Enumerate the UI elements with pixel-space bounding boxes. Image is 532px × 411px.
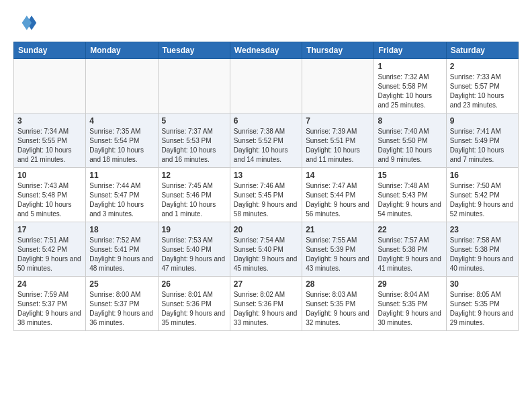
day-info: Sunrise: 8:00 AM Sunset: 5:37 PM Dayligh… <box>89 290 154 328</box>
calendar-week-3: 10Sunrise: 7:43 AM Sunset: 5:48 PM Dayli… <box>14 168 519 222</box>
day-number: 3 <box>17 116 82 126</box>
calendar-cell: 26Sunrise: 8:01 AM Sunset: 5:36 PM Dayli… <box>158 277 230 331</box>
calendar-cell: 7Sunrise: 7:39 AM Sunset: 5:51 PM Daylig… <box>302 113 374 168</box>
day-number: 23 <box>450 225 515 234</box>
calendar-cell: 1Sunrise: 7:32 AM Sunset: 5:58 PM Daylig… <box>374 59 446 113</box>
day-info: Sunrise: 7:53 AM Sunset: 5:40 PM Dayligh… <box>162 236 226 273</box>
day-number: 8 <box>378 116 442 126</box>
day-info: Sunrise: 8:05 AM Sunset: 5:35 PM Dayligh… <box>450 290 515 328</box>
calendar-cell <box>302 59 374 113</box>
calendar-cell: 30Sunrise: 8:05 AM Sunset: 5:35 PM Dayli… <box>446 277 518 331</box>
calendar-cell: 16Sunrise: 7:50 AM Sunset: 5:42 PM Dayli… <box>446 168 518 222</box>
calendar-cell: 3Sunrise: 7:34 AM Sunset: 5:55 PM Daylig… <box>14 113 86 168</box>
weekday-header-thursday: Thursday <box>302 42 374 59</box>
day-info: Sunrise: 7:32 AM Sunset: 5:58 PM Dayligh… <box>378 73 442 110</box>
calendar-cell: 9Sunrise: 7:41 AM Sunset: 5:49 PM Daylig… <box>446 113 518 168</box>
day-info: Sunrise: 7:38 AM Sunset: 5:52 PM Dayligh… <box>234 127 298 165</box>
calendar-cell: 27Sunrise: 8:02 AM Sunset: 5:36 PM Dayli… <box>230 277 302 331</box>
weekday-header-friday: Friday <box>374 42 446 59</box>
day-info: Sunrise: 8:01 AM Sunset: 5:36 PM Dayligh… <box>162 290 226 328</box>
day-info: Sunrise: 7:37 AM Sunset: 5:53 PM Dayligh… <box>162 127 226 165</box>
calendar-cell: 15Sunrise: 7:48 AM Sunset: 5:43 PM Dayli… <box>374 168 446 222</box>
day-number: 11 <box>89 171 154 180</box>
calendar-cell: 28Sunrise: 8:03 AM Sunset: 5:35 PM Dayli… <box>302 277 374 331</box>
day-info: Sunrise: 7:46 AM Sunset: 5:45 PM Dayligh… <box>234 181 298 219</box>
page: SundayMondayTuesdayWednesdayThursdayFrid… <box>0 0 532 342</box>
day-info: Sunrise: 7:44 AM Sunset: 5:47 PM Dayligh… <box>89 181 154 219</box>
day-info: Sunrise: 7:43 AM Sunset: 5:48 PM Dayligh… <box>17 181 82 219</box>
day-info: Sunrise: 8:02 AM Sunset: 5:36 PM Dayligh… <box>234 290 298 328</box>
day-info: Sunrise: 7:41 AM Sunset: 5:49 PM Dayligh… <box>450 127 515 165</box>
day-info: Sunrise: 7:40 AM Sunset: 5:50 PM Dayligh… <box>378 127 442 165</box>
day-info: Sunrise: 7:59 AM Sunset: 5:37 PM Dayligh… <box>17 290 82 328</box>
weekday-header-saturday: Saturday <box>446 42 518 59</box>
calendar-cell: 19Sunrise: 7:53 AM Sunset: 5:40 PM Dayli… <box>158 222 230 277</box>
day-number: 25 <box>89 279 154 289</box>
weekday-header-wednesday: Wednesday <box>230 42 302 59</box>
calendar-week-4: 17Sunrise: 7:51 AM Sunset: 5:42 PM Dayli… <box>14 222 519 277</box>
calendar-cell: 5Sunrise: 7:37 AM Sunset: 5:53 PM Daylig… <box>158 113 230 168</box>
day-number: 4 <box>89 116 154 126</box>
calendar-cell: 17Sunrise: 7:51 AM Sunset: 5:42 PM Dayli… <box>14 222 86 277</box>
day-number: 10 <box>17 171 82 180</box>
day-number: 26 <box>162 279 226 289</box>
calendar-cell: 14Sunrise: 7:47 AM Sunset: 5:44 PM Dayli… <box>302 168 374 222</box>
calendar-cell: 23Sunrise: 7:58 AM Sunset: 5:38 PM Dayli… <box>446 222 518 277</box>
day-info: Sunrise: 7:33 AM Sunset: 5:57 PM Dayligh… <box>450 73 515 110</box>
day-number: 9 <box>450 116 515 126</box>
day-info: Sunrise: 7:47 AM Sunset: 5:44 PM Dayligh… <box>306 181 370 219</box>
day-number: 12 <box>162 171 226 180</box>
day-number: 7 <box>306 116 370 126</box>
header <box>13 11 519 35</box>
day-info: Sunrise: 7:54 AM Sunset: 5:40 PM Dayligh… <box>234 236 298 273</box>
weekday-header-monday: Monday <box>86 42 158 59</box>
weekday-header-row: SundayMondayTuesdayWednesdayThursdayFrid… <box>14 42 519 59</box>
day-info: Sunrise: 7:51 AM Sunset: 5:42 PM Dayligh… <box>17 236 82 273</box>
calendar-week-1: 1Sunrise: 7:32 AM Sunset: 5:58 PM Daylig… <box>14 59 519 113</box>
day-info: Sunrise: 7:52 AM Sunset: 5:41 PM Dayligh… <box>89 236 154 273</box>
calendar-cell: 2Sunrise: 7:33 AM Sunset: 5:57 PM Daylig… <box>446 59 518 113</box>
calendar-cell: 24Sunrise: 7:59 AM Sunset: 5:37 PM Dayli… <box>14 277 86 331</box>
weekday-header-tuesday: Tuesday <box>158 42 230 59</box>
day-info: Sunrise: 8:04 AM Sunset: 5:35 PM Dayligh… <box>378 290 442 328</box>
day-number: 28 <box>306 279 370 289</box>
day-info: Sunrise: 7:34 AM Sunset: 5:55 PM Dayligh… <box>17 127 82 165</box>
day-info: Sunrise: 7:45 AM Sunset: 5:46 PM Dayligh… <box>162 181 226 219</box>
calendar-cell: 25Sunrise: 8:00 AM Sunset: 5:37 PM Dayli… <box>86 277 158 331</box>
calendar-cell: 6Sunrise: 7:38 AM Sunset: 5:52 PM Daylig… <box>230 113 302 168</box>
calendar-cell: 18Sunrise: 7:52 AM Sunset: 5:41 PM Dayli… <box>86 222 158 277</box>
general-blue-icon <box>13 11 38 35</box>
day-number: 29 <box>378 279 442 289</box>
day-number: 6 <box>234 116 298 126</box>
calendar-cell: 8Sunrise: 7:40 AM Sunset: 5:50 PM Daylig… <box>374 113 446 168</box>
calendar-cell <box>230 59 302 113</box>
day-number: 19 <box>162 225 226 234</box>
calendar-cell: 21Sunrise: 7:55 AM Sunset: 5:39 PM Dayli… <box>302 222 374 277</box>
calendar-cell: 20Sunrise: 7:54 AM Sunset: 5:40 PM Dayli… <box>230 222 302 277</box>
calendar-cell: 4Sunrise: 7:35 AM Sunset: 5:54 PM Daylig… <box>86 113 158 168</box>
calendar-week-5: 24Sunrise: 7:59 AM Sunset: 5:37 PM Dayli… <box>14 277 519 331</box>
calendar-cell <box>14 59 86 113</box>
day-number: 21 <box>306 225 370 234</box>
weekday-header-sunday: Sunday <box>14 42 86 59</box>
calendar-cell <box>158 59 230 113</box>
day-number: 14 <box>306 171 370 180</box>
day-number: 24 <box>17 279 82 289</box>
calendar-cell: 13Sunrise: 7:46 AM Sunset: 5:45 PM Dayli… <box>230 168 302 222</box>
day-number: 1 <box>378 62 442 71</box>
day-info: Sunrise: 7:57 AM Sunset: 5:38 PM Dayligh… <box>378 236 442 273</box>
day-info: Sunrise: 7:50 AM Sunset: 5:42 PM Dayligh… <box>450 181 515 219</box>
calendar-week-2: 3Sunrise: 7:34 AM Sunset: 5:55 PM Daylig… <box>14 113 519 168</box>
calendar-cell <box>86 59 158 113</box>
day-info: Sunrise: 7:35 AM Sunset: 5:54 PM Dayligh… <box>89 127 154 165</box>
calendar-cell: 10Sunrise: 7:43 AM Sunset: 5:48 PM Dayli… <box>14 168 86 222</box>
day-number: 18 <box>89 225 154 234</box>
day-number: 22 <box>378 225 442 234</box>
day-number: 16 <box>450 171 515 180</box>
calendar-cell: 22Sunrise: 7:57 AM Sunset: 5:38 PM Dayli… <box>374 222 446 277</box>
calendar-cell: 12Sunrise: 7:45 AM Sunset: 5:46 PM Dayli… <box>158 168 230 222</box>
day-info: Sunrise: 8:03 AM Sunset: 5:35 PM Dayligh… <box>306 290 370 328</box>
day-number: 5 <box>162 116 226 126</box>
calendar-cell: 11Sunrise: 7:44 AM Sunset: 5:47 PM Dayli… <box>86 168 158 222</box>
day-number: 20 <box>234 225 298 234</box>
